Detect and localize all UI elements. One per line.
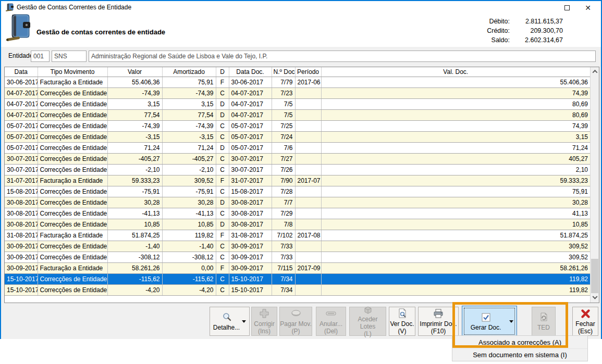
table-cell: 30-09-2017	[5, 262, 38, 273]
table-cell: 15-10-2017	[229, 284, 272, 295]
table-row[interactable]: 30-07-2017Correcções de Entidade-405,27-…	[5, 153, 590, 164]
table-cell	[295, 273, 321, 284]
plus-icon	[260, 308, 269, 319]
pagar-mov-button[interactable]: Pagar Mov. (P)	[279, 307, 312, 336]
ver-doc-shortcut: (V)	[398, 328, 407, 335]
detalhe-button[interactable]: Detalhe...	[210, 307, 250, 336]
corrigir-button[interactable]: Corrigir (Ins)	[251, 307, 277, 336]
table-row[interactable]: 30-06-2017Facturação a Entidade55.406,36…	[5, 77, 590, 87]
detalhe-dropdown-arrow-icon[interactable]	[242, 320, 246, 323]
table-cell: C	[216, 120, 229, 131]
column-header-num-doc[interactable]: N.º Doc.	[272, 67, 295, 77]
table-row[interactable]: 30-07-2017Correcções de Entidade-2,10-2,…	[5, 164, 590, 175]
table-cell: 15-10-2017	[229, 273, 272, 284]
table-cell: 41,13	[321, 208, 590, 219]
column-header-periodo[interactable]: Período	[295, 67, 321, 77]
app-window: Gestão de Contas Correntes de Entidade ✕…	[0, 0, 602, 339]
table-cell: 31-08-2017	[5, 230, 38, 241]
chevron-up-icon	[592, 70, 597, 75]
fechar-button[interactable]: Fechar (Esc)	[572, 307, 598, 336]
app-notebook-icon	[5, 3, 14, 12]
table-cell: Correcções de Entidade	[38, 208, 107, 219]
vertical-scrollbar[interactable]	[590, 67, 599, 303]
column-header-data[interactable]: Data	[5, 67, 38, 77]
menu-item-sem-documento[interactable]: Sem documento em sistema (I)	[452, 348, 587, 361]
maximize-button[interactable]	[558, 2, 576, 13]
grid-table-wrap: Data Tipo Movimento Valor Amortizado D D…	[5, 67, 590, 303]
table-cell: D	[216, 197, 229, 208]
table-cell	[295, 186, 321, 197]
column-header-tipo-movimento[interactable]: Tipo Movimento	[38, 67, 107, 77]
gerar-doc-label: Gerar Doc.	[471, 324, 501, 331]
table-cell: Correcções de Entidade	[38, 120, 107, 131]
table-cell: 30-08-2017	[5, 219, 38, 230]
table-row[interactable]: 05-07-2017Correcções de Entidade71,2471,…	[5, 142, 590, 153]
table-cell: 05-07-2017	[5, 131, 38, 142]
table-cell: 59.333,23	[321, 175, 590, 186]
table-row[interactable]: 31-08-2017Facturação a Entidade51.874,25…	[5, 230, 590, 241]
table-cell: F	[216, 175, 229, 186]
table-cell: 75,91	[162, 77, 216, 87]
entity-name-field[interactable]: Administração Regional de Saúde de Lisbo…	[89, 51, 596, 62]
balance-label: Saldo:	[467, 35, 510, 45]
table-row[interactable]: 15-10-2017Correcções de Entidade-4,20-4,…	[5, 284, 590, 295]
table-row[interactable]: 15-10-2017Correcções de Entidade-115,62-…	[5, 273, 590, 284]
table-row[interactable]: 04-07-2017Correcções de Entidade3,153,15…	[5, 98, 590, 109]
table-cell	[295, 252, 321, 262]
table-row[interactable]: 30-08-2017Correcções de Entidade-41,13-4…	[5, 208, 590, 219]
aceder-lotes-button[interactable]: Aceder Lotes (L)	[349, 307, 386, 336]
table-cell: Correcções de Entidade	[38, 164, 107, 175]
scroll-up-button[interactable]	[591, 67, 599, 76]
table-cell: Facturação a Entidade	[38, 175, 107, 186]
table-cell: Correcções de Entidade	[38, 273, 107, 284]
entity-abbr-field[interactable]: SNS	[52, 51, 87, 62]
ver-doc-button[interactable]: Ver Doc. (V)	[389, 307, 415, 336]
table-row[interactable]: 30-09-2017Correcções de Entidade-308,12-…	[5, 252, 590, 262]
fechar-shortcut: (Esc)	[578, 328, 593, 335]
scrollbar-thumb[interactable]	[591, 259, 598, 293]
table-row[interactable]: 04-07-2017Correcções de Entidade77,5477,…	[5, 109, 590, 120]
column-header-amortizado[interactable]: Amortizado	[162, 67, 216, 77]
table-cell: 04-07-2017	[5, 98, 38, 109]
gerar-doc-button[interactable]: Gerar Doc.	[462, 306, 517, 337]
table-cell: -1,40	[162, 241, 216, 252]
entity-code-field[interactable]: 001	[31, 51, 50, 62]
printer-icon	[433, 308, 444, 319]
table-cell: -3,15	[107, 131, 162, 142]
box-icon	[363, 305, 373, 315]
table-row[interactable]: 30-08-2017Correcções de Entidade30,2830,…	[5, 197, 590, 208]
column-header-valor[interactable]: Valor	[107, 67, 162, 77]
table-cell: 3,15	[162, 98, 216, 109]
imprimir-doc-button[interactable]: Imprimir Doc. (F10)	[418, 307, 459, 336]
scroll-down-button[interactable]	[591, 294, 599, 303]
ted-button[interactable]: TED	[532, 307, 556, 336]
table-cell: 7/34	[272, 284, 295, 295]
table-cell: 30-07-2017	[5, 164, 38, 175]
table-row[interactable]: 04-07-2017Correcções de Entidade-74,39-7…	[5, 87, 590, 98]
debit-label: Débito:	[467, 17, 510, 26]
anular-button[interactable]: Anular... (Del)	[316, 307, 346, 336]
table-cell: 10,85	[162, 219, 216, 230]
table-cell: 30-09-2017	[229, 252, 272, 262]
table-row[interactable]: 05-07-2017Correcções de Entidade-74,39-7…	[5, 120, 590, 131]
table-row[interactable]: 31-07-2017Facturação a Entidade59.333,23…	[5, 175, 590, 186]
table-row[interactable]: 15-08-2017Correcções de Entidade-75,91-7…	[5, 186, 590, 197]
table-cell	[295, 120, 321, 131]
close-button[interactable]: ✕	[579, 2, 597, 13]
table-row[interactable]: 05-07-2017Correcções de Entidade-3,15-3,…	[5, 131, 590, 142]
menu-item-associado-correccoes[interactable]: Associado a correcções (A)	[452, 336, 587, 348]
table-cell: 7/33	[272, 252, 295, 262]
table-cell	[295, 164, 321, 175]
table-cell: -74,39	[162, 120, 216, 131]
table-row[interactable]: 30-08-2017Correcções de Entidade10,8510,…	[5, 219, 590, 230]
table-cell	[295, 208, 321, 219]
table-row[interactable]: 30-09-2017Correcções de Entidade-1,40-1,…	[5, 241, 590, 252]
gerar-doc-dropdown-arrow-icon[interactable]	[509, 320, 513, 323]
column-header-data-doc[interactable]: Data Doc.	[229, 67, 272, 77]
column-header-d[interactable]: D	[216, 67, 229, 77]
aceder-lotes-shortcut: (L)	[364, 330, 372, 337]
column-header-val-doc[interactable]: Val. Doc.	[321, 67, 590, 77]
table-row[interactable]: 30-09-2017Facturação a Entidade58.261,26…	[5, 262, 590, 273]
table-cell: 31-07-2017	[5, 175, 38, 186]
table-cell: Facturação a Entidade	[38, 230, 107, 241]
